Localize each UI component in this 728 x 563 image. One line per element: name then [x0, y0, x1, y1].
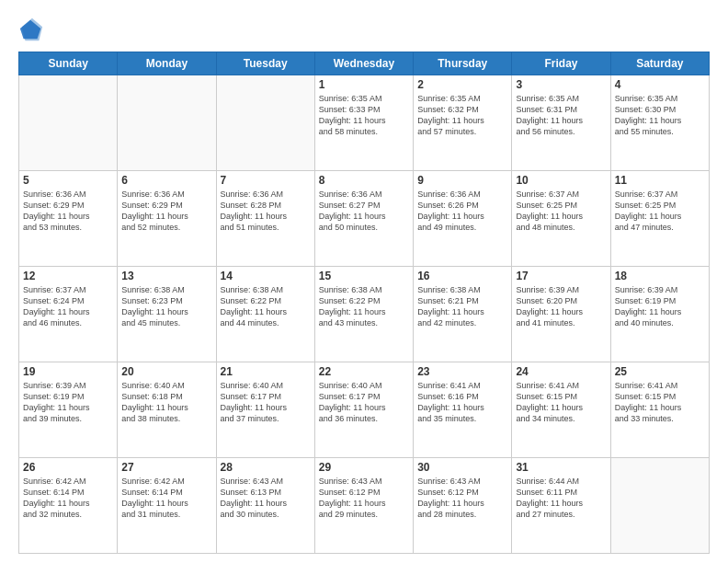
day-number: 4 [615, 78, 705, 91]
day-number: 3 [516, 78, 606, 91]
day-info: Sunrise: 6:43 AM Sunset: 6:12 PM Dayligh… [417, 476, 507, 521]
calendar-cell: 29Sunrise: 6:43 AM Sunset: 6:12 PM Dayli… [314, 458, 413, 554]
calendar-cell [610, 458, 709, 554]
day-number: 23 [417, 365, 507, 378]
day-info: Sunrise: 6:39 AM Sunset: 6:19 PM Dayligh… [23, 380, 113, 425]
day-number: 6 [121, 174, 211, 187]
day-number: 16 [417, 270, 507, 282]
day-number: 27 [121, 461, 211, 474]
day-number: 8 [319, 174, 409, 187]
day-number: 19 [23, 365, 113, 378]
calendar-cell [118, 75, 216, 171]
day-number: 31 [516, 461, 606, 474]
svg-marker-1 [22, 18, 42, 40]
calendar-cell: 9Sunrise: 6:36 AM Sunset: 6:26 PM Daylig… [414, 171, 512, 267]
day-info: Sunrise: 6:36 AM Sunset: 6:27 PM Dayligh… [319, 189, 409, 234]
day-info: Sunrise: 6:38 AM Sunset: 6:21 PM Dayligh… [417, 284, 507, 329]
calendar-cell [216, 75, 314, 171]
logo-icon [18, 17, 44, 42]
day-number: 13 [121, 270, 211, 282]
day-info: Sunrise: 6:37 AM Sunset: 6:25 PM Dayligh… [516, 189, 606, 234]
day-info: Sunrise: 6:35 AM Sunset: 6:32 PM Dayligh… [417, 93, 507, 138]
day-info: Sunrise: 6:44 AM Sunset: 6:11 PM Dayligh… [516, 476, 606, 521]
calendar-cell: 7Sunrise: 6:36 AM Sunset: 6:28 PM Daylig… [216, 171, 314, 267]
calendar-table: SundayMondayTuesdayWednesdayThursdayFrid… [18, 52, 710, 554]
day-number: 20 [121, 365, 211, 378]
page: SundayMondayTuesdayWednesdayThursdayFrid… [0, 0, 728, 563]
calendar-header: SundayMondayTuesdayWednesdayThursdayFrid… [19, 52, 710, 75]
calendar-cell: 14Sunrise: 6:38 AM Sunset: 6:22 PM Dayli… [216, 267, 314, 362]
day-header-monday: Monday [118, 52, 216, 75]
day-info: Sunrise: 6:35 AM Sunset: 6:33 PM Dayligh… [319, 93, 409, 138]
day-number: 1 [319, 78, 409, 91]
day-number: 17 [516, 270, 606, 282]
day-info: Sunrise: 6:36 AM Sunset: 6:28 PM Dayligh… [221, 189, 311, 234]
calendar-cell: 4Sunrise: 6:35 AM Sunset: 6:30 PM Daylig… [610, 75, 709, 171]
day-info: Sunrise: 6:43 AM Sunset: 6:13 PM Dayligh… [221, 476, 311, 521]
day-header-friday: Friday [512, 52, 610, 75]
day-info: Sunrise: 6:39 AM Sunset: 6:20 PM Dayligh… [516, 284, 606, 329]
calendar-cell: 5Sunrise: 6:36 AM Sunset: 6:29 PM Daylig… [19, 171, 118, 267]
day-info: Sunrise: 6:38 AM Sunset: 6:22 PM Dayligh… [221, 284, 311, 329]
day-info: Sunrise: 6:41 AM Sunset: 6:15 PM Dayligh… [615, 380, 705, 425]
day-number: 2 [417, 78, 507, 91]
calendar-cell: 21Sunrise: 6:40 AM Sunset: 6:17 PM Dayli… [216, 362, 314, 458]
day-number: 11 [615, 174, 705, 187]
calendar-cell: 30Sunrise: 6:43 AM Sunset: 6:12 PM Dayli… [414, 458, 512, 554]
calendar-cell: 31Sunrise: 6:44 AM Sunset: 6:11 PM Dayli… [512, 458, 610, 554]
calendar-week-1: 5Sunrise: 6:36 AM Sunset: 6:29 PM Daylig… [19, 171, 710, 267]
calendar-cell: 10Sunrise: 6:37 AM Sunset: 6:25 PM Dayli… [512, 171, 610, 267]
day-number: 21 [221, 365, 311, 378]
day-number: 26 [23, 461, 113, 474]
calendar-week-3: 19Sunrise: 6:39 AM Sunset: 6:19 PM Dayli… [19, 362, 710, 458]
day-number: 10 [516, 174, 606, 187]
day-info: Sunrise: 6:35 AM Sunset: 6:30 PM Dayligh… [615, 93, 705, 138]
day-number: 12 [23, 270, 113, 282]
calendar-cell: 18Sunrise: 6:39 AM Sunset: 6:19 PM Dayli… [610, 267, 709, 362]
day-info: Sunrise: 6:42 AM Sunset: 6:14 PM Dayligh… [23, 476, 113, 521]
calendar-cell: 8Sunrise: 6:36 AM Sunset: 6:27 PM Daylig… [314, 171, 413, 267]
day-number: 14 [221, 270, 311, 282]
day-number: 9 [417, 174, 507, 187]
day-info: Sunrise: 6:38 AM Sunset: 6:23 PM Dayligh… [121, 284, 211, 329]
calendar-week-4: 26Sunrise: 6:42 AM Sunset: 6:14 PM Dayli… [19, 458, 710, 554]
calendar-cell: 12Sunrise: 6:37 AM Sunset: 6:24 PM Dayli… [19, 267, 118, 362]
day-header-sunday: Sunday [19, 52, 118, 75]
day-info: Sunrise: 6:39 AM Sunset: 6:19 PM Dayligh… [615, 284, 705, 329]
calendar-cell: 20Sunrise: 6:40 AM Sunset: 6:18 PM Dayli… [118, 362, 216, 458]
calendar-cell: 13Sunrise: 6:38 AM Sunset: 6:23 PM Dayli… [118, 267, 216, 362]
day-number: 5 [23, 174, 113, 187]
calendar-cell: 11Sunrise: 6:37 AM Sunset: 6:25 PM Dayli… [610, 171, 709, 267]
day-info: Sunrise: 6:40 AM Sunset: 6:17 PM Dayligh… [221, 380, 311, 425]
header [18, 17, 710, 42]
day-number: 25 [615, 365, 705, 378]
day-info: Sunrise: 6:40 AM Sunset: 6:17 PM Dayligh… [319, 380, 409, 425]
day-info: Sunrise: 6:38 AM Sunset: 6:22 PM Dayligh… [319, 284, 409, 329]
calendar-cell: 28Sunrise: 6:43 AM Sunset: 6:13 PM Dayli… [216, 458, 314, 554]
calendar-cell: 15Sunrise: 6:38 AM Sunset: 6:22 PM Dayli… [314, 267, 413, 362]
calendar-cell: 25Sunrise: 6:41 AM Sunset: 6:15 PM Dayli… [610, 362, 709, 458]
calendar-cell: 16Sunrise: 6:38 AM Sunset: 6:21 PM Dayli… [414, 267, 512, 362]
day-info: Sunrise: 6:37 AM Sunset: 6:25 PM Dayligh… [615, 189, 705, 234]
day-number: 22 [319, 365, 409, 378]
day-header-thursday: Thursday [414, 52, 512, 75]
calendar-cell: 2Sunrise: 6:35 AM Sunset: 6:32 PM Daylig… [414, 75, 512, 171]
day-number: 18 [615, 270, 705, 282]
header-row: SundayMondayTuesdayWednesdayThursdayFrid… [19, 52, 710, 75]
calendar-cell: 6Sunrise: 6:36 AM Sunset: 6:29 PM Daylig… [118, 171, 216, 267]
calendar-cell: 27Sunrise: 6:42 AM Sunset: 6:14 PM Dayli… [118, 458, 216, 554]
calendar-week-2: 12Sunrise: 6:37 AM Sunset: 6:24 PM Dayli… [19, 267, 710, 362]
day-info: Sunrise: 6:36 AM Sunset: 6:29 PM Dayligh… [121, 189, 211, 234]
day-header-saturday: Saturday [610, 52, 709, 75]
day-info: Sunrise: 6:42 AM Sunset: 6:14 PM Dayligh… [121, 476, 211, 521]
calendar-cell: 24Sunrise: 6:41 AM Sunset: 6:15 PM Dayli… [512, 362, 610, 458]
day-number: 7 [221, 174, 311, 187]
day-info: Sunrise: 6:41 AM Sunset: 6:16 PM Dayligh… [417, 380, 507, 425]
day-info: Sunrise: 6:43 AM Sunset: 6:12 PM Dayligh… [319, 476, 409, 521]
calendar-body: 1Sunrise: 6:35 AM Sunset: 6:33 PM Daylig… [19, 75, 710, 554]
day-number: 15 [319, 270, 409, 282]
calendar-cell: 17Sunrise: 6:39 AM Sunset: 6:20 PM Dayli… [512, 267, 610, 362]
day-info: Sunrise: 6:41 AM Sunset: 6:15 PM Dayligh… [516, 380, 606, 425]
calendar-cell: 1Sunrise: 6:35 AM Sunset: 6:33 PM Daylig… [314, 75, 413, 171]
calendar-cell: 26Sunrise: 6:42 AM Sunset: 6:14 PM Dayli… [19, 458, 118, 554]
